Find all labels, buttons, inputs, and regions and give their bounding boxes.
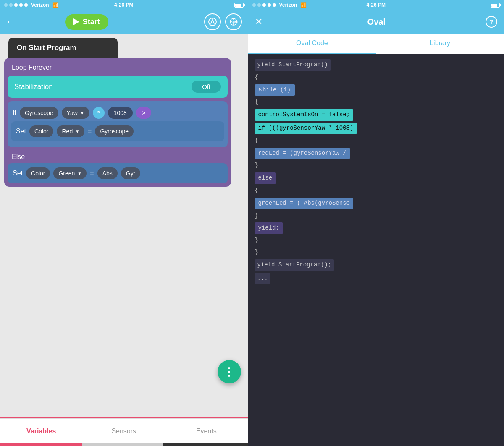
code-line-9: } [248, 160, 504, 172]
right-nav-bar: ✕ Oval ? [248, 10, 504, 34]
signal-dot-4 [19, 3, 23, 7]
tab-oval-code[interactable]: Oval Code [248, 34, 376, 54]
play-icon [74, 18, 79, 25]
code-line-17: yield StartProgram(); [248, 258, 504, 272]
fab-dot-2 [228, 371, 230, 373]
steering-button[interactable] [204, 13, 221, 30]
start-label: Start [83, 18, 100, 26]
canvas-area: On Start Program Loop Forever Stabilizat… [0, 34, 248, 417]
color-value-dropdown-2[interactable]: Green ▼ [53, 167, 87, 179]
code-area[interactable]: yield StartProgram() { while (1) { contr… [248, 54, 504, 446]
start-button[interactable]: Start [65, 14, 108, 30]
r-signal-dot-2 [257, 3, 261, 7]
left-status-left: Verizon 📶 [4, 2, 59, 8]
color-dropdown-2[interactable]: Color [26, 167, 50, 179]
tab-library-label: Library [430, 39, 450, 47]
stabilization-toggle[interactable]: Off [192, 81, 221, 93]
stabilization-row[interactable]: Stabilization Off [8, 76, 228, 98]
svg-line-3 [210, 23, 211, 24]
gyro-short-btn[interactable]: Gyr [121, 167, 141, 179]
color-value-dropdown-1[interactable]: Red ▼ [57, 125, 84, 137]
color-label-2: Color [31, 170, 45, 177]
left-status-right [234, 3, 244, 8]
stabilization-value: Off [202, 83, 210, 90]
set-label-1: Set [16, 128, 26, 135]
tab-oval-code-label: Oval Code [296, 39, 328, 47]
fab-dot-3 [228, 375, 230, 377]
equals-2: = [90, 170, 94, 177]
code-span-redled: redLed = (gyroSensorYaw / [255, 148, 350, 159]
close-button[interactable]: ✕ [255, 16, 268, 27]
gyroscope-ref-label-1: Gyroscope [100, 128, 129, 135]
aim-button[interactable]: AIM [225, 13, 242, 30]
right-status-left: Verizon 📶 [252, 2, 307, 8]
tab-sensors[interactable]: Sensors [83, 419, 165, 443]
on-start-block[interactable]: On Start Program [8, 38, 118, 58]
nav-icons: AIM [204, 13, 242, 30]
greater-than-label: > [142, 110, 145, 116]
fab-dot-1 [228, 367, 230, 369]
set-label-2: Set [13, 170, 23, 177]
code-line-8: redLed = (gyroSensorYaw / [248, 147, 504, 160]
else-label: Else [8, 151, 228, 163]
fab-button[interactable] [218, 360, 241, 383]
number-input[interactable]: 1008 [108, 107, 133, 119]
code-line-10: else [248, 172, 504, 185]
code-line-15: } [248, 235, 504, 247]
code-span-control: controlSystemIsOn = false; [255, 109, 353, 121]
back-button[interactable]: ← [6, 16, 15, 27]
left-status-bar: Verizon 📶 4:26 PM [0, 0, 248, 10]
color-label-1: Color [34, 128, 48, 135]
wifi-icon: 📶 [52, 2, 59, 8]
multiply-button[interactable]: * [93, 107, 105, 119]
r-signal-dot-5 [273, 3, 276, 7]
set-color-green-row: Set Color Green ▼ = Abs Gyr [8, 163, 228, 183]
r-battery-icon [491, 3, 500, 8]
svg-text:AIM: AIM [232, 21, 238, 23]
aim-icon: AIM [229, 17, 238, 26]
signal-dot-2 [9, 3, 13, 7]
greater-than-button[interactable]: > [136, 107, 151, 119]
color-arrow-1: ▼ [75, 129, 79, 134]
yaw-dropdown[interactable]: Yaw ▼ [62, 107, 89, 119]
gyroscope-dropdown[interactable]: Gyroscope [20, 107, 58, 119]
loop-forever-label: Loop Forever [8, 61, 228, 76]
if-label: If [13, 109, 16, 117]
code-line-11: { [248, 185, 504, 197]
tab-library[interactable]: Library [376, 34, 504, 54]
right-status-bar: Verizon 📶 4:26 PM [248, 0, 504, 10]
right-status-right [491, 3, 500, 8]
right-nav-title: Oval [268, 17, 486, 27]
carrier-label: Verizon [31, 2, 49, 8]
set-color-red-row: Set Color Red ▼ = Gyroscope [11, 121, 224, 141]
code-line-1: yield StartProgram() [248, 58, 504, 72]
if-block-wrapper: If Gyroscope Yaw ▼ * 1008 [8, 101, 228, 147]
abs-label: Abs [102, 170, 113, 177]
tab-sensors-label: Sensors [111, 428, 136, 435]
abs-btn[interactable]: Abs [97, 167, 118, 179]
signal-dot-3 [14, 3, 18, 7]
tab-events[interactable]: Events [165, 419, 248, 443]
svg-point-1 [211, 21, 214, 23]
bottom-bar: Variables Sensors Events [0, 418, 248, 443]
tab-variables[interactable]: Variables [0, 419, 83, 443]
steering-icon [208, 17, 217, 26]
code-line-18: ... [248, 272, 504, 285]
bottom-color-strip [0, 443, 248, 446]
gyroscope-ref-1[interactable]: Gyroscope [95, 125, 134, 137]
code-line-7: { [248, 135, 504, 147]
yaw-label: Yaw [67, 110, 78, 116]
help-button[interactable]: ? [486, 16, 497, 28]
r-carrier-label: Verizon [279, 2, 297, 8]
code-span-ellipsis: ... [255, 273, 270, 284]
if-row: If Gyroscope Yaw ▼ * 1008 [11, 104, 224, 121]
tab-variables-label: Variables [26, 428, 56, 435]
fab-dots [228, 367, 230, 377]
color-dropdown-1[interactable]: Color [29, 125, 53, 137]
code-span-1: yield StartProgram() [255, 59, 331, 71]
code-span-yield: yield; [255, 222, 283, 234]
color-value-2: Green [58, 170, 75, 177]
on-start-label: On Start Program [17, 44, 76, 52]
color-value-1: Red [62, 128, 73, 135]
gyro-short-label: Gyr [126, 170, 136, 177]
